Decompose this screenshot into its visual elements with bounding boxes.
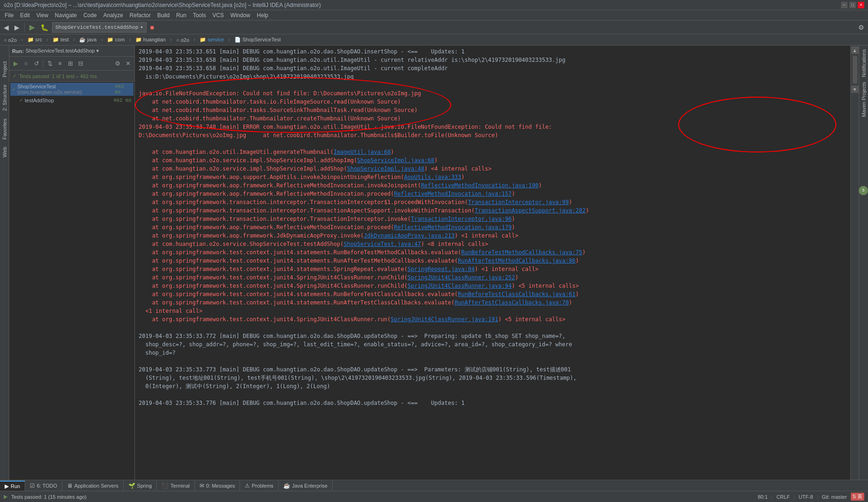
run-stop-button[interactable]: ■ <box>21 59 31 68</box>
nav-item-src[interactable]: 📁 src <box>26 36 44 44</box>
run-close-button[interactable]: ✕ <box>123 59 133 68</box>
stack-link-18[interactable]: TransactionInterceptor.java:99 <box>468 199 569 205</box>
run-tree-child-1[interactable]: ✓ testAddShop 462 ms <box>10 96 134 105</box>
scroll-up-button[interactable]: ▲ <box>851 46 859 54</box>
close-button[interactable]: × <box>858 2 864 8</box>
nav-item-huangtian[interactable]: 📁 huangtian <box>134 36 167 44</box>
run-sort-button[interactable]: ⇅ <box>45 59 54 68</box>
bottom-tab-app-servers[interactable]: 🖥Application Servers <box>62 481 124 491</box>
sidebar-tab-structure[interactable]: 2: Structure <box>1 83 8 113</box>
stack-link-22[interactable]: JdkDynamicAopProxy.java:213 <box>364 232 454 239</box>
console-line-16: at org.springframework.aop.framework.Ref… <box>139 181 847 190</box>
stop-button[interactable]: ■ <box>148 23 156 32</box>
bottom-tab-java-enterprise[interactable]: ☕Java Enterprise <box>279 481 333 491</box>
status-text: Tests passed: 1 (15 minutes ago) <box>11 494 87 500</box>
stack-link-27[interactable]: SpringJUnit4ClassRunner.java:252 <box>407 274 515 281</box>
menu-item-analyze[interactable]: Analyze <box>100 11 126 20</box>
run-rerun-failed-button[interactable]: ↺ <box>32 59 41 68</box>
stack-link-19[interactable]: TransactionAspectSupport.java:282 <box>474 207 585 214</box>
console-line-10: D:\Documents\Pictures\o2oImg.jpg at net.… <box>139 131 847 139</box>
console-line-33 <box>139 324 847 332</box>
console-line-28: at org.springframework.test.context.juni… <box>139 282 847 290</box>
test-status-icon: ✓ <box>13 73 16 79</box>
console-line-29: at org.springframework.test.context.juni… <box>139 290 847 298</box>
console-line-5: java.io.FileNotFoundException: Could not… <box>139 89 847 98</box>
right-tab-maven[interactable]: Maven Projects <box>860 80 868 119</box>
minimize-button[interactable]: − <box>841 2 848 8</box>
stack-link-30[interactable]: RunAfterTestClassCallbacks.java:70 <box>454 299 569 306</box>
nav-separator: › <box>100 37 104 43</box>
menu-item-view[interactable]: View <box>33 11 51 20</box>
nav-item-service[interactable]: 📁 service <box>198 36 226 44</box>
stack-link-15[interactable]: AopUtils.java:333 <box>404 174 461 180</box>
stack-link-20[interactable]: TransactionInterceptor.java:96 <box>411 216 512 222</box>
nav-item-com[interactable]: 📁 com <box>105 36 127 44</box>
console-content[interactable]: 2019-04-03 23:35:33.651 [main] DEBUG com… <box>135 46 850 480</box>
stack-link-29[interactable]: RunBeforeTestClassCallbacks.java:61 <box>458 291 575 297</box>
stack-link-16[interactable]: ReflectiveMethodInvocation.java:190 <box>421 182 539 189</box>
back-button[interactable]: ◀ <box>2 23 11 32</box>
nav-item-shopservicetest[interactable]: 📄 ShopServiceTest <box>233 36 283 44</box>
sidebar-tab-favorites[interactable]: Favorites <box>1 117 8 141</box>
nav-item-test[interactable]: 📁 test <box>51 36 71 44</box>
bottom-tab-run[interactable]: ▶Run <box>0 481 25 491</box>
bottom-tab-terminal[interactable]: ⬛Terminal <box>157 481 195 491</box>
status-crlf: CRLF <box>776 494 790 500</box>
menu-item-run[interactable]: Run <box>174 11 189 20</box>
bottom-tab-messages[interactable]: ✉0: Messages <box>195 481 240 491</box>
bottom-tab-problems[interactable]: ⚠Problems <box>240 481 278 491</box>
run-config-dropdown[interactable]: ShopServiceTest.testAddShop ▾ <box>52 22 147 33</box>
stack-link-21[interactable]: ReflectiveMethodInvocation.java:179 <box>394 224 512 231</box>
sidebar-tab-project[interactable]: Project <box>1 59 8 79</box>
menu-item-navigate[interactable]: Navigate <box>52 11 80 20</box>
right-scrollbar[interactable]: ▲ ▼ <box>850 46 859 480</box>
console-line-7: at net.coobird.thumbnailator.tasks.Sourc… <box>139 106 847 114</box>
settings-button[interactable]: ⚙ <box>856 23 866 32</box>
run-filter-button[interactable]: ≡ <box>55 59 65 68</box>
stack-link-25[interactable]: RunAfterTestMethodCallbacks.java:86 <box>458 258 575 264</box>
test-status-text: Tests passed: 1 of 1 test – 462 ms <box>19 73 97 79</box>
stack-link-13[interactable]: ShopServiceImpl.java:68 <box>357 157 434 164</box>
console-line-22: at org.springframework.aop.framework.Jdk… <box>139 231 847 240</box>
console-area: 2019-04-03 23:35:33.651 [main] DEBUG com… <box>135 46 850 480</box>
stack-link-12[interactable]: ImageUtil.java:68 <box>334 149 391 155</box>
menu-item-file[interactable]: File <box>2 11 16 20</box>
nav-item-java[interactable]: ☕ java <box>77 36 98 44</box>
stack-link-32[interactable]: SpringJUnit4ClassRunner.java:191 <box>391 316 498 323</box>
run-expand-button[interactable]: ⊞ <box>66 59 75 68</box>
stack-link-23[interactable]: ShopServiceTest.java:47 <box>344 241 421 247</box>
stack-link-17[interactable]: ReflectiveMethodInvocation.java:157 <box>394 191 512 197</box>
run-rerun-button[interactable]: ▶ <box>11 59 20 68</box>
debug-button[interactable]: 🐛 <box>39 23 50 32</box>
menu-item-vcs[interactable]: VCS <box>210 11 227 20</box>
run-settings-button[interactable]: ⚙ <box>113 59 122 68</box>
nav-item-o2o[interactable]: ○ o2o <box>174 36 191 44</box>
nav-separator: › <box>193 37 196 43</box>
sidebar-tab-web[interactable]: Web <box>1 145 8 159</box>
forward-button[interactable]: ▶ <box>13 23 21 32</box>
menu-item-window[interactable]: Window <box>227 11 253 20</box>
menu-item-refactor[interactable]: Refactor <box>127 11 154 20</box>
restore-button[interactable]: □ <box>849 2 856 8</box>
menu-item-build[interactable]: Build <box>154 11 173 20</box>
run-button[interactable]: ▶ <box>27 22 37 33</box>
scroll-down-button[interactable]: ▼ <box>851 86 859 93</box>
stack-link-26[interactable]: SpringRepeat.java:84 <box>407 266 475 272</box>
menu-item-help[interactable]: Help <box>254 11 271 20</box>
bottom-tab-todo[interactable]: ☑6: TODO <box>25 481 62 491</box>
console-line-41 <box>139 390 847 399</box>
stack-link-24[interactable]: RunBeforeTestMethodCallbacks.java:75 <box>461 249 582 256</box>
run-tree-root[interactable]: ✓ ShopServiceTest (com.huangtian.o2o.ser… <box>10 83 134 96</box>
menu-item-code[interactable]: Code <box>80 11 100 20</box>
console-line-35: shop_desc=?, shop_addr=?, phone=?, shop_… <box>139 340 847 349</box>
stack-link-14[interactable]: ShopServiceImpl.java:48 <box>347 165 424 172</box>
far-left-edge: Project 2: Structure Favorites Web <box>0 46 9 480</box>
nav-item-o2o[interactable]: ○ o2o <box>2 36 19 44</box>
stack-link-28[interactable]: SpringJUnit4ClassRunner.java:94 <box>407 283 512 289</box>
run-collapse-button[interactable]: ⊟ <box>76 59 85 68</box>
bottom-tab-spring[interactable]: 🌱Spring <box>124 481 157 491</box>
menu-item-edit[interactable]: Edit <box>17 11 33 20</box>
menu-item-tools[interactable]: Tools <box>190 11 209 20</box>
right-tab-notifications[interactable]: Notifications <box>860 47 868 79</box>
run-config-name[interactable]: ShopServiceTest.testAddShop ▾ <box>26 48 99 54</box>
